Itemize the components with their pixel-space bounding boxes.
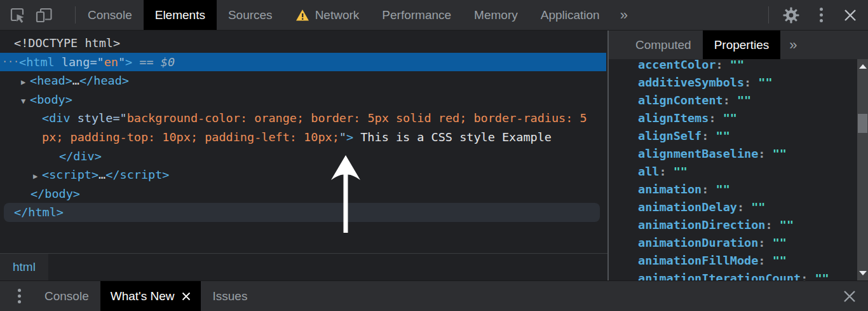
annotation-up-arrow [329,155,362,233]
property-separator: : [659,165,673,178]
close-x-icon [843,290,856,303]
property-separator: : [702,129,715,142]
tree-line-div-open[interactable]: <div style="background-color: orange; bo… [0,109,606,128]
tree-line-script[interactable]: ▶<script>…</script> [0,165,606,184]
property-separator: : [723,93,737,107]
property-row[interactable]: additiveSymbols: "" [609,74,868,92]
warning-triangle-icon [295,9,309,22]
property-value: "" [716,183,730,196]
property-name: animationDelay [638,200,737,214]
property-separator: : [758,254,772,267]
properties-list: accentColor: "" additiveSymbols: "" alig… [609,56,868,280]
drawer-menu-button[interactable] [5,281,33,311]
tab-label: Application [541,8,600,22]
breadcrumb: html [0,253,607,280]
close-x-icon [844,9,857,22]
tree-line-head[interactable]: ▶<head>…</head> [0,71,606,90]
tab-network[interactable]: Network [284,0,371,30]
property-row[interactable]: animation: "" [609,181,868,198]
property-separator: : [765,218,779,232]
tab-label: Computed [635,38,691,52]
tab-performance[interactable]: Performance [370,0,463,30]
property-value: "" [723,111,737,125]
customize-devtools-button[interactable] [807,0,835,30]
tree-line-html-selected[interactable]: ···<html lang="en"> == $0 [0,53,606,72]
property-row[interactable]: alignItems: "" [609,109,868,127]
close-drawer-button[interactable] [835,281,864,311]
property-value: "" [737,93,751,107]
inspect-element-button[interactable] [4,0,31,30]
more-tabs-button[interactable]: » [611,0,637,30]
property-name: alignItems [638,111,709,125]
property-row[interactable]: animationDuration: "" [609,234,868,252]
tab-elements[interactable]: Elements [144,0,217,30]
property-row[interactable]: animationDirection: "" [609,216,868,234]
settings-gear-icon [783,7,799,24]
breadcrumb-item-html[interactable]: html [0,254,48,280]
scroll-up-arrow[interactable] [859,64,867,69]
toolbar-divider [75,6,76,24]
settings-button[interactable] [775,0,807,30]
property-name: animation [638,183,702,196]
property-row[interactable]: animationIterationCount: "" [609,270,868,280]
tab-application[interactable]: Application [529,0,611,30]
drawer-tab-issues[interactable]: Issues [201,281,259,311]
property-value: "" [730,58,744,71]
close-x-icon [182,292,191,301]
property-row[interactable]: alignmentBaseline: "" [609,145,868,163]
tab-label: Sources [228,8,273,22]
elements-tree: <!DOCTYPE html> ···<html lang="en"> == $… [0,31,606,253]
toolbar-divider [768,6,769,24]
tree-line-body[interactable]: ▼<body> [0,90,606,109]
tree-line-div-close[interactable]: </div> [0,147,606,166]
property-value: "" [815,272,829,280]
property-name: animationDirection [638,218,765,232]
property-name: all [638,165,659,178]
tree-line-html-close[interactable]: </html> [4,203,600,222]
tab-label: Elements [155,8,205,22]
chevron-double-icon: » [789,37,797,53]
tab-label: What's New [111,289,175,303]
property-row[interactable]: animationFillMode: "" [609,252,868,270]
tab-memory[interactable]: Memory [463,0,529,30]
drawer-bar: Console What's New Issues [0,280,868,311]
tab-properties[interactable]: Properties [703,31,781,59]
sidebar-more-tabs-button[interactable]: » [780,31,806,59]
tab-label: Network [315,8,360,22]
scroll-down-arrow[interactable] [859,271,867,275]
device-toolbar-icon [34,6,53,24]
property-separator: : [744,76,758,89]
property-row[interactable]: all: "" [609,163,868,181]
property-separator: : [758,236,772,249]
tree-line-div-wrap[interactable]: px; padding-top: 10px; padding-left: 10p… [0,128,606,147]
property-name: alignSelf [638,129,702,142]
property-name: animationDuration [638,236,758,249]
tab-computed[interactable]: Computed [624,31,703,59]
close-devtools-button[interactable] [835,0,865,30]
drawer-tab-console[interactable]: Console [33,281,100,311]
tree-line-body-close[interactable]: </body> [0,184,606,204]
tab-label: Console [88,8,132,22]
devtools-window: Console Elements Sources Network Perform… [0,0,868,311]
close-tab-button[interactable] [182,292,191,301]
property-row[interactable]: alignSelf: "" [609,127,868,145]
chevron-double-icon: » [620,7,628,24]
toggle-device-toolbar-button[interactable] [31,0,57,30]
property-row[interactable]: animationDelay: "" [609,198,868,216]
sidebar-tab-bar: Computed Properties » [609,31,868,59]
tab-console-top[interactable]: Console [76,0,144,30]
property-row[interactable]: alignContent: "" [609,92,868,109]
property-name: alignmentBaseline [638,147,758,160]
property-value: "" [773,147,787,160]
tab-sources[interactable]: Sources [217,0,284,30]
breadcrumb-label: html [13,260,36,274]
property-separator: : [702,183,715,196]
tree-line-doctype[interactable]: <!DOCTYPE html> [0,34,606,53]
property-value: "" [780,218,794,232]
properties-scrollbar[interactable] [857,59,868,280]
tab-label: Console [44,289,89,303]
drawer-tab-whats-new[interactable]: What's New [100,281,201,311]
scrollbar-thumb[interactable] [858,114,867,133]
property-separator: : [737,200,751,214]
property-name: accentColor [638,58,716,71]
